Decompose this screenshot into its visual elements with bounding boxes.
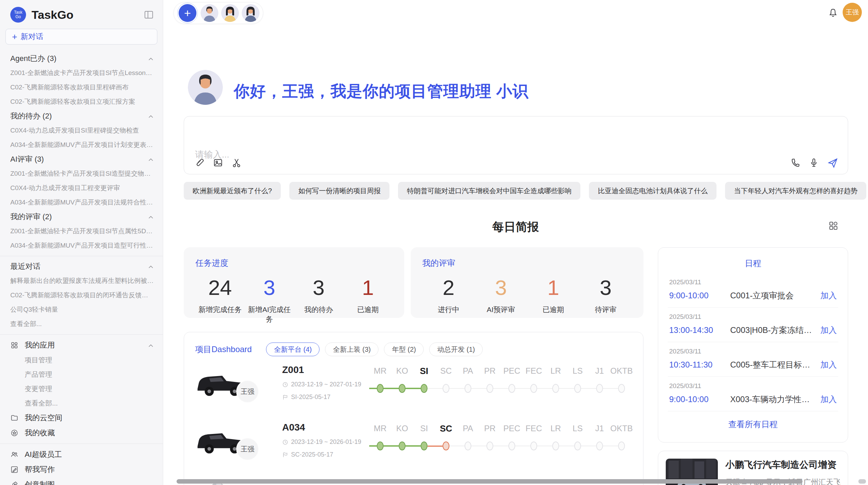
sidebar-item[interactable]: Z001-全新燃油轻卡产品开发项目SI节点属性5D文件评审 bbox=[0, 224, 163, 238]
milestone-segment bbox=[435, 446, 443, 447]
milestone-step: KO bbox=[391, 365, 413, 395]
stat-card: 任务进度24新增完成任务3新增AI完成任务3我的待办1已逾期 bbox=[184, 247, 404, 318]
join-link[interactable]: 加入 bbox=[820, 359, 837, 370]
chat-input[interactable] bbox=[195, 149, 606, 160]
plus-icon: + bbox=[12, 32, 17, 42]
sidebar-item[interactable]: A034-全新新能源MUV产品开发项目法规符合性评审 bbox=[0, 195, 163, 210]
sidebar-item-people[interactable]: AI超级员工 bbox=[0, 447, 163, 462]
milestone-segment bbox=[449, 446, 457, 446]
recent-conversation-item[interactable]: 解释最新出台的欧盟报废车法规再生塑料比例被调至15%... bbox=[0, 274, 163, 288]
schedule-event-title: X003-车辆动力学性能验... bbox=[730, 394, 816, 405]
milestone-segment bbox=[581, 446, 589, 446]
sidebar-item[interactable]: C0X4-动力总成开发项目工程变更评审 bbox=[0, 181, 163, 195]
app-submenu-item[interactable]: 查看全部... bbox=[0, 396, 163, 410]
phone-call-icon[interactable] bbox=[790, 158, 800, 168]
milestone-segment bbox=[427, 446, 435, 447]
collapse-sidebar-icon[interactable] bbox=[144, 10, 154, 20]
sidebar-item-write[interactable]: 帮我写作 bbox=[0, 462, 163, 477]
scissors-icon[interactable] bbox=[231, 158, 242, 168]
recent-conversation-item[interactable]: 查看全部... bbox=[0, 317, 163, 331]
filter-pill[interactable]: 全新平台 (4) bbox=[266, 343, 320, 356]
app-submenu-item[interactable]: 项目管理 bbox=[0, 353, 163, 367]
assistant-avatar-1[interactable] bbox=[201, 4, 218, 22]
sidebar-section-header[interactable]: AI评审 (3) bbox=[0, 152, 163, 166]
sidebar-item[interactable]: Z001-全新燃油轻卡产品开发项目SI造型提交物评审 bbox=[0, 166, 163, 181]
new-chat-label: 新对话 bbox=[21, 32, 43, 42]
horizontal-scrollbar[interactable] bbox=[177, 479, 803, 484]
milestone-segment bbox=[391, 445, 399, 447]
suggestion-chip[interactable]: 当下年轻人对汽车外观有怎样的喜好趋势 bbox=[725, 182, 866, 200]
briefing-layout-icon[interactable] bbox=[828, 221, 839, 231]
milestone-label: FEC bbox=[526, 365, 542, 377]
suggestion-chip[interactable]: 如何写一份清晰的项目周报 bbox=[289, 182, 389, 200]
new-chat-button[interactable]: + 新对话 bbox=[5, 29, 157, 45]
milestone-segment bbox=[611, 446, 618, 446]
microphone-icon[interactable] bbox=[809, 158, 819, 168]
app-submenu-item[interactable]: 产品管理 bbox=[0, 367, 163, 382]
stat-cells: 2进行中3AI预评审1已逾期3待评审 bbox=[422, 275, 632, 314]
filter-pill[interactable]: 年型 (2) bbox=[384, 343, 424, 356]
sidebar-section-header[interactable]: 我的待办 (2) bbox=[0, 109, 163, 123]
milestone-segment bbox=[559, 446, 567, 446]
app-submenu-item[interactable]: 变更管理 bbox=[0, 382, 163, 396]
schedule-item: 2025/03/119:00-10:00X003-车辆动力学性能验...加入 bbox=[668, 377, 838, 411]
sidebar-item[interactable]: A034-全新新能源MUV产品开发项目计划变更表编写 bbox=[0, 138, 163, 152]
suggestion-chip[interactable]: 比亚迪全固态电池计划具体说了什么 bbox=[589, 182, 716, 200]
sidebar-item[interactable]: A034-全新新能源MUV产品开发项目造型可行性评审 bbox=[0, 238, 163, 253]
sidebar-item-star[interactable]: 我的收藏 bbox=[0, 425, 163, 440]
milestone-step: MR bbox=[369, 423, 391, 453]
attachment-icon[interactable] bbox=[194, 158, 205, 168]
filter-pill[interactable]: 全新上装 (3) bbox=[325, 343, 378, 356]
milestone-step: PA bbox=[457, 423, 479, 453]
project-row[interactable]: 王强Z0012023-12-19 ~ 2027-01-19SI-2025-05-… bbox=[184, 359, 643, 414]
user-avatar[interactable]: 王强 bbox=[843, 3, 862, 22]
sidebar-section-header[interactable]: 我的评审 (2) bbox=[0, 210, 163, 224]
milestone-track bbox=[369, 439, 391, 453]
add-assistant-button[interactable]: + bbox=[177, 3, 198, 23]
notification-bell-icon[interactable] bbox=[828, 8, 839, 18]
stat-label: 已逾期 bbox=[343, 305, 393, 314]
schedule-date: 2025/03/11 bbox=[669, 313, 837, 321]
suggestion-chip[interactable]: 欧洲新规最近颁布了什么? bbox=[184, 182, 281, 200]
sidebar-item-folder[interactable]: 我的云空间 bbox=[0, 410, 163, 425]
assistant-avatar-3[interactable] bbox=[242, 4, 260, 22]
recent-conversation-item[interactable]: 公司Q3轻卡销量 bbox=[0, 302, 163, 317]
dashboard-header: 项目Dashboard 全新平台 (4)全新上装 (3)年型 (2)动总开发 (… bbox=[184, 332, 643, 356]
milestone-step: SC bbox=[435, 423, 457, 453]
project-row[interactable]: 王强A0342023-12-19 ~ 2026-01-19SC-2025-05-… bbox=[184, 416, 643, 471]
recent-conversation-item[interactable]: C02-飞腾新能源轻客改款项目的闭环通告反馈情况 bbox=[0, 288, 163, 302]
project-owner-avatar: 王强 bbox=[236, 438, 259, 460]
suggestion-chip[interactable]: 特朗普可能对进口汽车增税会对中国车企造成哪些影响 bbox=[398, 182, 580, 200]
sidebar-item[interactable]: C0X4-动力总成开发项目SI里程碑提交物检查 bbox=[0, 123, 163, 138]
milestone-label: PA bbox=[463, 423, 473, 434]
sidebar-item[interactable]: Z001-全新燃油皮卡产品开发项目SI节点Lesson Learn报告 bbox=[0, 66, 163, 80]
sidebar-item-pen[interactable]: 创意制图 bbox=[0, 477, 163, 485]
milestone-track bbox=[457, 439, 479, 453]
milestone-segment bbox=[413, 388, 421, 389]
stat-value: 3 bbox=[294, 275, 343, 301]
sidebar-section-header[interactable]: 最近对话 bbox=[0, 259, 163, 274]
sidebar-section-header[interactable]: Agent已办 (3) bbox=[0, 51, 163, 66]
join-link[interactable]: 加入 bbox=[820, 325, 837, 336]
filter-pill[interactable]: 动总开发 (1) bbox=[429, 343, 483, 356]
milestone-segment bbox=[384, 445, 391, 447]
assistant-avatar-2[interactable] bbox=[221, 4, 239, 22]
milestone-timeline: MRKOSISCPAPRPECFECLRLSJ1OKTB bbox=[369, 423, 632, 453]
milestone-label: OKTB bbox=[610, 423, 632, 434]
milestone-node bbox=[486, 384, 493, 393]
milestone-segment bbox=[406, 445, 413, 447]
view-all-schedule-link[interactable]: 查看所有日程 bbox=[668, 411, 838, 430]
chevron-up-icon bbox=[148, 342, 154, 348]
send-icon[interactable] bbox=[827, 158, 837, 168]
sidebar-item-my-apps[interactable]: 我的应用 bbox=[0, 338, 163, 353]
milestone-node bbox=[443, 442, 449, 450]
sidebar-item[interactable]: C02-飞腾新能源轻客改款项目里程碑画布 bbox=[0, 80, 163, 95]
join-link[interactable]: 加入 bbox=[820, 394, 837, 405]
image-icon[interactable] bbox=[213, 158, 223, 168]
scrollbar-corner bbox=[858, 479, 866, 484]
sidebar-item-label: 创意制图 bbox=[25, 480, 55, 485]
stat-cell: 2进行中 bbox=[422, 275, 475, 314]
sidebar-item[interactable]: C02-飞腾新能源轻客改款项目立项汇报方案 bbox=[0, 95, 163, 109]
join-link[interactable]: 加入 bbox=[820, 290, 837, 301]
project-dates: 2023-12-19 ~ 2027-01-19 bbox=[282, 381, 368, 388]
